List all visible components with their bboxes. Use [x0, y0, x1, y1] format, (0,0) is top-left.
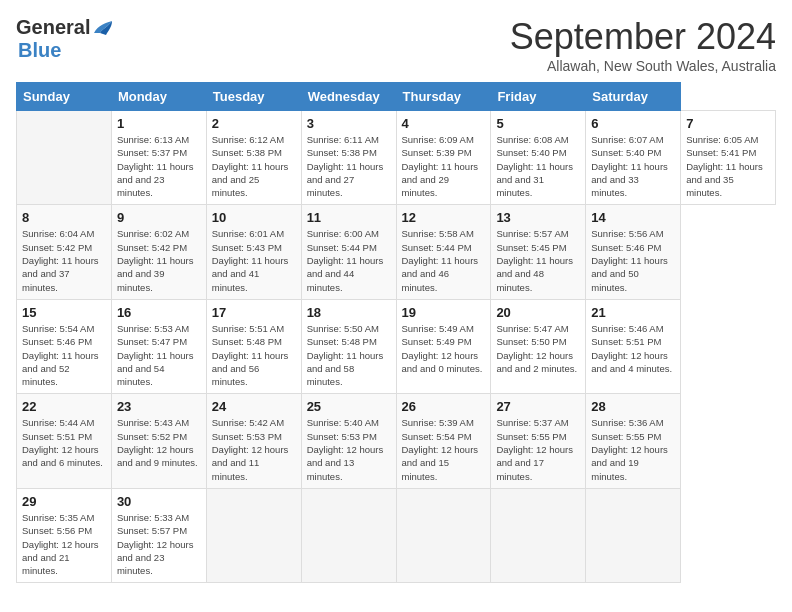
calendar-cell: 7Sunrise: 6:05 AMSunset: 5:41 PMDaylight…	[681, 111, 776, 205]
column-header-monday: Monday	[111, 83, 206, 111]
logo-blue: Blue	[18, 39, 61, 62]
sunrise-text: Sunrise: 5:42 AM	[212, 417, 284, 428]
sunrise-text: Sunrise: 5:54 AM	[22, 323, 94, 334]
sunrise-text: Sunrise: 5:46 AM	[591, 323, 663, 334]
day-number: 20	[496, 305, 580, 320]
calendar-cell: 23Sunrise: 5:43 AMSunset: 5:52 PMDayligh…	[111, 394, 206, 488]
sunrise-text: Sunrise: 5:37 AM	[496, 417, 568, 428]
day-number: 28	[591, 399, 675, 414]
column-header-saturday: Saturday	[586, 83, 681, 111]
sunrise-text: Sunrise: 6:04 AM	[22, 228, 94, 239]
calendar-cell: 5Sunrise: 6:08 AMSunset: 5:40 PMDaylight…	[491, 111, 586, 205]
daylight-label: Daylight: 11 hours	[591, 161, 668, 172]
daylight-minutes: and and 4 minutes.	[591, 363, 672, 374]
calendar-cell: 15Sunrise: 5:54 AMSunset: 5:46 PMDayligh…	[17, 299, 112, 393]
daylight-minutes: and and 54 minutes.	[117, 363, 165, 387]
sunset-text: Sunset: 5:51 PM	[591, 336, 661, 347]
page-header: General Blue September 2024 Allawah, New…	[16, 16, 776, 74]
daylight-label: Daylight: 11 hours	[307, 350, 384, 361]
calendar-cell	[396, 488, 491, 582]
sunrise-text: Sunrise: 6:02 AM	[117, 228, 189, 239]
sunset-text: Sunset: 5:54 PM	[402, 431, 472, 442]
day-number: 9	[117, 210, 201, 225]
calendar-cell: 9Sunrise: 6:02 AMSunset: 5:42 PMDaylight…	[111, 205, 206, 299]
daylight-minutes: and and 33 minutes.	[591, 174, 639, 198]
day-info: Sunrise: 6:00 AMSunset: 5:44 PMDaylight:…	[307, 227, 391, 293]
day-number: 15	[22, 305, 106, 320]
sunrise-text: Sunrise: 6:01 AM	[212, 228, 284, 239]
calendar-cell: 4Sunrise: 6:09 AMSunset: 5:39 PMDaylight…	[396, 111, 491, 205]
sunset-text: Sunset: 5:52 PM	[117, 431, 187, 442]
daylight-label: Daylight: 12 hours	[591, 444, 668, 455]
calendar-cell: 11Sunrise: 6:00 AMSunset: 5:44 PMDayligh…	[301, 205, 396, 299]
day-number: 8	[22, 210, 106, 225]
day-info: Sunrise: 6:02 AMSunset: 5:42 PMDaylight:…	[117, 227, 201, 293]
calendar-cell: 18Sunrise: 5:50 AMSunset: 5:48 PMDayligh…	[301, 299, 396, 393]
sunset-text: Sunset: 5:51 PM	[22, 431, 92, 442]
title-section: September 2024 Allawah, New South Wales,…	[510, 16, 776, 74]
daylight-minutes: and and 44 minutes.	[307, 268, 355, 292]
sunset-text: Sunset: 5:37 PM	[117, 147, 187, 158]
sunrise-text: Sunrise: 5:43 AM	[117, 417, 189, 428]
column-header-wednesday: Wednesday	[301, 83, 396, 111]
sunset-text: Sunset: 5:56 PM	[22, 525, 92, 536]
calendar-cell: 17Sunrise: 5:51 AMSunset: 5:48 PMDayligh…	[206, 299, 301, 393]
daylight-minutes: and and 50 minutes.	[591, 268, 639, 292]
sunset-text: Sunset: 5:46 PM	[591, 242, 661, 253]
sunset-text: Sunset: 5:53 PM	[212, 431, 282, 442]
day-info: Sunrise: 6:12 AMSunset: 5:38 PMDaylight:…	[212, 133, 296, 199]
day-info: Sunrise: 5:54 AMSunset: 5:46 PMDaylight:…	[22, 322, 106, 388]
daylight-minutes: and and 37 minutes.	[22, 268, 70, 292]
day-info: Sunrise: 5:40 AMSunset: 5:53 PMDaylight:…	[307, 416, 391, 482]
day-info: Sunrise: 5:51 AMSunset: 5:48 PMDaylight:…	[212, 322, 296, 388]
sunset-text: Sunset: 5:43 PM	[212, 242, 282, 253]
daylight-label: Daylight: 11 hours	[686, 161, 763, 172]
calendar-body: 1Sunrise: 6:13 AMSunset: 5:37 PMDaylight…	[17, 111, 776, 583]
daylight-minutes: and and 52 minutes.	[22, 363, 70, 387]
sunset-text: Sunset: 5:47 PM	[117, 336, 187, 347]
daylight-minutes: and and 17 minutes.	[496, 457, 544, 481]
calendar-cell	[586, 488, 681, 582]
daylight-minutes: and and 46 minutes.	[402, 268, 450, 292]
day-info: Sunrise: 5:35 AMSunset: 5:56 PMDaylight:…	[22, 511, 106, 577]
daylight-minutes: and and 9 minutes.	[117, 457, 198, 468]
day-number: 10	[212, 210, 296, 225]
day-number: 30	[117, 494, 201, 509]
calendar-cell: 16Sunrise: 5:53 AMSunset: 5:47 PMDayligh…	[111, 299, 206, 393]
calendar-cell	[17, 111, 112, 205]
day-info: Sunrise: 6:05 AMSunset: 5:41 PMDaylight:…	[686, 133, 770, 199]
day-info: Sunrise: 6:04 AMSunset: 5:42 PMDaylight:…	[22, 227, 106, 293]
daylight-minutes: and and 0 minutes.	[402, 363, 483, 374]
day-info: Sunrise: 5:53 AMSunset: 5:47 PMDaylight:…	[117, 322, 201, 388]
day-number: 26	[402, 399, 486, 414]
calendar-header-row: SundayMondayTuesdayWednesdayThursdayFrid…	[17, 83, 776, 111]
sunset-text: Sunset: 5:40 PM	[591, 147, 661, 158]
sunset-text: Sunset: 5:40 PM	[496, 147, 566, 158]
sunrise-text: Sunrise: 6:05 AM	[686, 134, 758, 145]
daylight-minutes: and and 56 minutes.	[212, 363, 260, 387]
sunset-text: Sunset: 5:48 PM	[307, 336, 377, 347]
calendar-cell: 26Sunrise: 5:39 AMSunset: 5:54 PMDayligh…	[396, 394, 491, 488]
sunset-text: Sunset: 5:55 PM	[496, 431, 566, 442]
sunset-text: Sunset: 5:42 PM	[22, 242, 92, 253]
calendar-week-row: 1Sunrise: 6:13 AMSunset: 5:37 PMDaylight…	[17, 111, 776, 205]
calendar-cell: 10Sunrise: 6:01 AMSunset: 5:43 PMDayligh…	[206, 205, 301, 299]
daylight-label: Daylight: 11 hours	[117, 161, 194, 172]
daylight-label: Daylight: 12 hours	[496, 444, 573, 455]
daylight-label: Daylight: 12 hours	[402, 444, 479, 455]
day-number: 19	[402, 305, 486, 320]
daylight-label: Daylight: 11 hours	[496, 161, 573, 172]
sunrise-text: Sunrise: 6:11 AM	[307, 134, 379, 145]
sunset-text: Sunset: 5:38 PM	[212, 147, 282, 158]
sunrise-text: Sunrise: 5:47 AM	[496, 323, 568, 334]
sunrise-text: Sunrise: 6:12 AM	[212, 134, 284, 145]
calendar-cell: 2Sunrise: 6:12 AMSunset: 5:38 PMDaylight…	[206, 111, 301, 205]
calendar-cell: 29Sunrise: 5:35 AMSunset: 5:56 PMDayligh…	[17, 488, 112, 582]
day-number: 2	[212, 116, 296, 131]
calendar-week-row: 22Sunrise: 5:44 AMSunset: 5:51 PMDayligh…	[17, 394, 776, 488]
calendar-cell: 21Sunrise: 5:46 AMSunset: 5:51 PMDayligh…	[586, 299, 681, 393]
sunrise-text: Sunrise: 5:40 AM	[307, 417, 379, 428]
sunset-text: Sunset: 5:50 PM	[496, 336, 566, 347]
day-info: Sunrise: 5:42 AMSunset: 5:53 PMDaylight:…	[212, 416, 296, 482]
daylight-minutes: and and 29 minutes.	[402, 174, 450, 198]
